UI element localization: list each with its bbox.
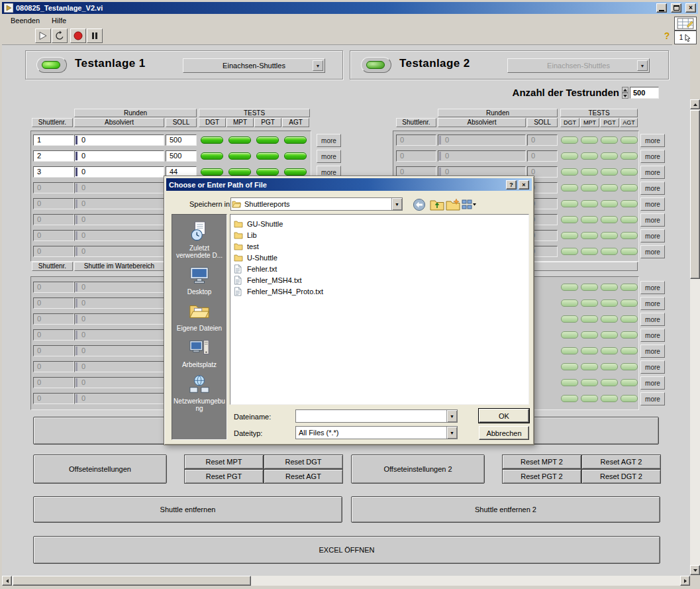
reset-agt-button[interactable]: Reset AGT: [264, 469, 343, 484]
offseteinstellungen2-button[interactable]: Offseteinstellungen 2: [351, 455, 485, 484]
dropdown-arrow-icon[interactable]: ▼: [637, 60, 648, 71]
more-button[interactable]: more: [640, 197, 665, 211]
run-continuous-button[interactable]: [52, 28, 68, 43]
place-network[interactable]: Netzwerkumgebung: [174, 374, 225, 412]
more-button[interactable]: more: [640, 245, 665, 258]
shuttle-number-field[interactable]: 0: [33, 246, 74, 257]
shuttle-number-field[interactable]: 3: [33, 166, 74, 178]
up-folder-button[interactable]: [430, 197, 444, 212]
soll-field[interactable]: 500: [166, 150, 197, 162]
shuttle-number-field[interactable]: 0: [396, 134, 436, 146]
more-button[interactable]: more: [640, 345, 665, 358]
file-list-item[interactable]: Lib: [232, 229, 526, 241]
vertical-scrollbar[interactable]: [690, 99, 700, 575]
shuttle-number-field[interactable]: 0: [33, 230, 74, 241]
file-list-item[interactable]: GU-Shuttle: [232, 218, 526, 229]
dropdown-arrow-icon[interactable]: ▼: [391, 198, 402, 210]
shuttle-number-field[interactable]: 2: [33, 150, 74, 162]
shuttle-number-field[interactable]: 0: [33, 329, 74, 341]
place-computer[interactable]: Arbeitsplatz: [174, 337, 225, 368]
close-button[interactable]: ×: [685, 3, 696, 13]
place-recent-documents[interactable]: Zuletzt verwendete D...: [174, 221, 225, 259]
reset-pgt2-button[interactable]: Reset PGT 2: [502, 469, 581, 484]
shuttle-number-field[interactable]: 0: [33, 297, 74, 309]
testrounds-value[interactable]: 500: [630, 87, 659, 99]
horizontal-scroll-thumb[interactable]: [13, 576, 251, 586]
shuttle-entfernen1-button[interactable]: Shuttle entfernen: [33, 496, 342, 523]
shuttle-number-field[interactable]: 1: [33, 134, 74, 146]
new-folder-button[interactable]: [446, 197, 460, 212]
dropdown-arrow-icon[interactable]: ▼: [446, 410, 457, 422]
cancel-button[interactable]: Abbrechen: [479, 426, 529, 440]
offseteinstellungen1-button[interactable]: Offseteinstellungen: [33, 455, 167, 484]
dialog-close-button[interactable]: ×: [519, 180, 529, 189]
menu-item-beenden[interactable]: Beenden: [5, 15, 46, 26]
shuttle-number-field[interactable]: 0: [33, 198, 74, 209]
shuttle-number-field[interactable]: 0: [33, 393, 74, 404]
testanlage1-power-toggle[interactable]: [36, 57, 67, 73]
dropdown-arrow-icon[interactable]: ▼: [313, 60, 323, 71]
more-button[interactable]: more: [640, 134, 665, 147]
shuttle-number-field[interactable]: 0: [396, 150, 436, 162]
reset-mpt-button[interactable]: Reset MPT: [184, 455, 264, 469]
more-button[interactable]: more: [640, 376, 665, 390]
horizontal-scrollbar[interactable]: [2, 576, 690, 586]
vi-icon-editor-box[interactable]: [674, 17, 697, 30]
maximize-button[interactable]: [671, 3, 681, 13]
reset-agt2-button[interactable]: Reset AGT 2: [581, 455, 661, 469]
testanlage2-power-toggle[interactable]: [361, 57, 391, 73]
shuttle-number-field[interactable]: 0: [33, 345, 74, 356]
reset-dgt-button[interactable]: Reset DGT: [264, 455, 343, 469]
shuttle-number-field[interactable]: 0: [33, 282, 74, 293]
more-button[interactable]: more: [640, 313, 665, 326]
scroll-up-button[interactable]: [690, 99, 700, 109]
dialog-help-button[interactable]: ?: [506, 180, 517, 189]
file-list-item[interactable]: Fehler.txt: [232, 263, 526, 274]
file-list-item[interactable]: Fehler_MSH4_Proto.txt: [232, 286, 526, 297]
scroll-right-button[interactable]: [680, 576, 690, 586]
more-button[interactable]: more: [640, 329, 665, 342]
vertical-scroll-thumb[interactable]: [690, 110, 700, 279]
shuttle-number-field[interactable]: 0: [33, 313, 74, 325]
soll-field[interactable]: 0: [527, 134, 558, 146]
more-button[interactable]: more: [640, 150, 665, 163]
dropdown-arrow-icon[interactable]: ▼: [446, 427, 457, 439]
more-button[interactable]: more: [640, 392, 665, 405]
reset-mpt2-button[interactable]: Reset MPT 2: [502, 455, 581, 469]
menu-item-hilfe[interactable]: Hilfe: [46, 15, 72, 26]
minimize-button[interactable]: [656, 3, 667, 13]
filename-input[interactable]: [296, 412, 446, 420]
run-button[interactable]: [35, 28, 51, 43]
soll-field[interactable]: 500: [166, 134, 197, 146]
filetype-combo[interactable]: All Files (*.*) ▼: [295, 426, 458, 439]
ok-button[interactable]: OK: [479, 409, 529, 423]
shuttle-number-field[interactable]: 0: [33, 214, 74, 225]
shuttle-type-ring-2[interactable]: Einachsen-Shuttles ▼: [507, 58, 650, 73]
more-button[interactable]: more: [640, 360, 665, 374]
soll-field[interactable]: 0: [527, 150, 558, 162]
more-button[interactable]: more: [640, 229, 665, 242]
scroll-left-button[interactable]: [2, 576, 12, 586]
tool-selector-box[interactable]: 1: [674, 30, 697, 44]
file-list-item[interactable]: U-Shuttle: [232, 252, 526, 263]
view-menu-button[interactable]: [462, 197, 476, 212]
testrounds-spinner[interactable]: [622, 87, 628, 99]
scroll-down-button[interactable]: [690, 565, 700, 575]
pause-button[interactable]: [87, 28, 103, 43]
more-button[interactable]: more: [640, 213, 665, 227]
shuttle-entfernen2-button[interactable]: Shuttle entfernen 2: [351, 496, 660, 523]
filename-combo[interactable]: ▼: [295, 409, 458, 423]
context-help-button[interactable]: ?: [660, 29, 674, 42]
place-my-documents[interactable]: Eigene Dateien: [174, 301, 225, 332]
reset-pgt-button[interactable]: Reset PGT: [184, 469, 264, 484]
shuttle-number-field[interactable]: 0: [33, 377, 74, 388]
file-list[interactable]: GU-Shuttle Lib test U-Shuttle Fehler.txt…: [230, 214, 529, 405]
excel-oeffnen-button[interactable]: EXCEL ÖFFNEN: [33, 536, 660, 564]
shuttle-type-ring-1[interactable]: Einachsen-Shuttles ▼: [183, 58, 325, 73]
more-button[interactable]: more: [640, 281, 665, 294]
abort-button[interactable]: [70, 28, 86, 43]
back-button[interactable]: [412, 197, 426, 212]
shuttle-number-field[interactable]: 0: [33, 182, 74, 193]
more-button[interactable]: more: [317, 150, 341, 163]
place-desktop[interactable]: Desktop: [174, 264, 225, 295]
